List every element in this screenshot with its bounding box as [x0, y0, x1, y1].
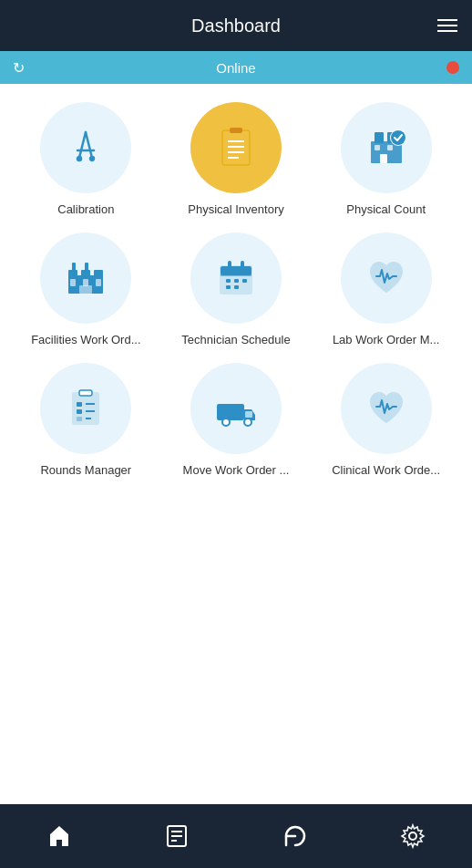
app-label-facilities-work-order: Facilities Work Ord... — [31, 333, 140, 348]
nav-refresh[interactable] — [268, 813, 323, 859]
app-icon-calibration — [40, 102, 131, 193]
nav-bookmarks[interactable] — [149, 813, 204, 859]
svg-rect-31 — [221, 266, 251, 275]
svg-rect-7 — [230, 128, 242, 133]
svg-point-5 — [90, 157, 94, 160]
app-icon-move-work-order — [190, 363, 282, 454]
bottom-nav — [0, 804, 472, 868]
app-label-technician-schedule: Technician Schedule — [181, 333, 290, 348]
app-item-facilities-work-order[interactable]: Facilities Work Ord... — [26, 232, 145, 348]
app-item-clinical-work-order[interactable]: Clinical Work Orde... — [327, 363, 446, 479]
svg-rect-26 — [70, 279, 76, 286]
svg-rect-33 — [228, 261, 231, 268]
svg-rect-41 — [79, 390, 92, 396]
svg-rect-24 — [72, 263, 76, 272]
svg-rect-35 — [226, 279, 231, 283]
app-grid: Calibration Physical Inventory — [15, 102, 457, 479]
svg-rect-23 — [94, 270, 103, 277]
svg-point-50 — [222, 418, 230, 426]
svg-rect-39 — [234, 285, 239, 289]
svg-point-19 — [391, 130, 405, 145]
svg-rect-28 — [96, 279, 101, 286]
app-item-rounds-manager[interactable]: Rounds Manager — [26, 363, 145, 479]
menu-icon[interactable] — [437, 19, 457, 32]
app-icon-rounds-manager — [40, 363, 131, 454]
header-title: Dashboard — [191, 16, 281, 36]
app-label-physical-inventory: Physical Inventory — [188, 202, 284, 218]
app-item-move-work-order[interactable]: Move Work Order ... — [177, 363, 295, 479]
app-label-rounds-manager: Rounds Manager — [40, 463, 131, 479]
refresh-icon[interactable]: ↻ — [13, 59, 25, 77]
nav-home[interactable] — [32, 813, 87, 859]
svg-rect-13 — [375, 132, 384, 143]
status-bar: ↻ Online — [0, 51, 472, 84]
svg-rect-17 — [387, 145, 393, 150]
svg-rect-25 — [85, 263, 88, 272]
app-label-move-work-order: Move Work Order ... — [183, 463, 290, 479]
svg-rect-49 — [219, 407, 242, 418]
svg-rect-42 — [77, 402, 82, 407]
svg-rect-44 — [77, 409, 82, 414]
app-icon-facilities-work-order — [40, 232, 131, 324]
svg-rect-36 — [234, 279, 239, 283]
status-text: Online — [216, 60, 255, 76]
svg-point-51 — [244, 418, 251, 426]
app-item-physical-count[interactable]: Physical Count — [327, 102, 446, 218]
app-label-physical-count: Physical Count — [346, 202, 426, 218]
svg-point-4 — [77, 157, 81, 160]
svg-rect-16 — [375, 145, 380, 150]
app-item-technician-schedule[interactable]: Technician Schedule — [177, 232, 295, 348]
app-icon-clinical-work-order — [341, 363, 432, 454]
app-item-physical-inventory[interactable]: Physical Inventory — [177, 102, 295, 218]
app-icon-physical-count — [341, 102, 432, 193]
svg-rect-38 — [226, 285, 231, 289]
svg-rect-34 — [241, 261, 244, 268]
app-label-clinical-work-order: Clinical Work Orde... — [332, 463, 440, 479]
svg-rect-37 — [242, 279, 247, 283]
app-icon-physical-inventory — [190, 102, 282, 193]
app-item-calibration[interactable]: Calibration — [26, 102, 145, 218]
svg-point-57 — [409, 832, 416, 840]
svg-rect-46 — [77, 417, 82, 421]
svg-rect-27 — [83, 279, 88, 286]
app-label-calibration: Calibration — [57, 202, 114, 218]
svg-rect-52 — [245, 411, 252, 418]
main-content: Calibration Physical Inventory — [0, 84, 472, 804]
app-label-lab-work-order: Lab Work Order M... — [333, 333, 440, 348]
app-icon-lab-work-order — [341, 232, 432, 324]
svg-rect-15 — [380, 154, 387, 163]
nav-settings[interactable] — [385, 813, 440, 859]
app-icon-technician-schedule — [190, 232, 282, 324]
app-item-lab-work-order[interactable]: Lab Work Order M... — [327, 232, 446, 348]
svg-rect-29 — [79, 285, 92, 294]
status-dot — [446, 61, 459, 74]
header: Dashboard — [0, 0, 472, 51]
